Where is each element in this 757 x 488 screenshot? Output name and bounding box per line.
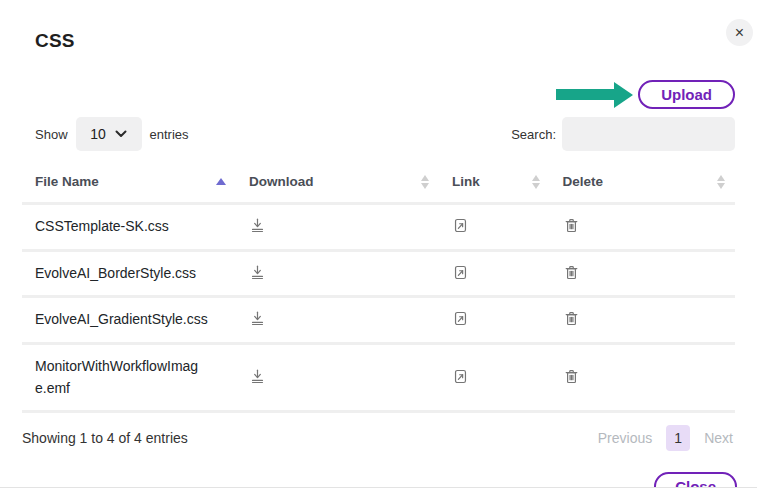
sort-ascending-icon xyxy=(216,178,226,185)
table-footer: Showing 1 to 4 of 4 entries Previous 1 N… xyxy=(22,413,735,451)
column-header-file-name[interactable]: File Name xyxy=(22,161,236,204)
close-icon[interactable]: × xyxy=(726,19,753,46)
table-info: Showing 1 to 4 of 4 entries xyxy=(22,430,188,446)
trash-icon[interactable] xyxy=(563,217,580,234)
sort-both-icon xyxy=(421,175,429,189)
external-link-icon[interactable] xyxy=(452,264,469,281)
download-icon[interactable] xyxy=(249,217,266,234)
upload-row: Upload xyxy=(22,79,735,110)
next-page-button[interactable]: Next xyxy=(704,430,733,446)
trash-icon[interactable] xyxy=(563,310,580,327)
chevron-down-icon xyxy=(115,130,127,138)
sort-both-icon xyxy=(717,175,725,189)
sort-both-icon xyxy=(532,175,540,189)
file-name-cell: EvolveAI_GradientStyle.css xyxy=(22,297,236,344)
entries-select-value: 10 xyxy=(90,126,106,142)
file-name-cell: MonitorWithWorkflowImage.emf xyxy=(22,344,236,412)
upload-button[interactable]: Upload xyxy=(638,80,735,109)
trash-icon[interactable] xyxy=(563,368,580,385)
entries-length-control: Show 10 entries xyxy=(35,117,189,151)
close-button[interactable]: Close xyxy=(654,472,737,488)
column-header-delete[interactable]: Delete xyxy=(550,161,735,204)
column-header-link[interactable]: Link xyxy=(439,161,550,204)
search-input[interactable] xyxy=(562,117,735,151)
show-label: Show xyxy=(35,127,68,142)
search-label: Search: xyxy=(511,127,556,142)
file-name-cell: CSSTemplate-SK.css xyxy=(22,204,236,251)
entries-label: entries xyxy=(150,127,189,142)
table-row: EvolveAI_BorderStyle.css xyxy=(22,250,735,297)
download-icon[interactable] xyxy=(249,264,266,281)
table-row: MonitorWithWorkflowImage.emf xyxy=(22,344,735,412)
css-files-modal: CSS × Upload Show 10 entries Search: xyxy=(0,0,757,488)
download-icon[interactable] xyxy=(249,310,266,327)
table-header-row: File Name Download Link Delete xyxy=(22,161,735,204)
download-icon[interactable] xyxy=(249,368,266,385)
search-control: Search: xyxy=(511,117,735,151)
previous-page-button[interactable]: Previous xyxy=(598,430,652,446)
entries-select[interactable]: 10 xyxy=(76,117,142,151)
page-title: CSS xyxy=(35,0,735,52)
table-row: CSSTemplate-SK.css xyxy=(22,204,735,251)
files-table: File Name Download Link Delete xyxy=(22,161,735,413)
external-link-icon[interactable] xyxy=(452,310,469,327)
external-link-icon[interactable] xyxy=(452,217,469,234)
table-controls: Show 10 entries Search: xyxy=(22,117,735,151)
table-row: EvolveAI_GradientStyle.css xyxy=(22,297,735,344)
column-header-download[interactable]: Download xyxy=(236,161,439,204)
modal-footer: Close xyxy=(22,472,735,488)
pagination: Previous 1 Next xyxy=(598,425,733,451)
external-link-icon[interactable] xyxy=(452,368,469,385)
arrow-right-icon xyxy=(556,82,633,108)
page-number-button[interactable]: 1 xyxy=(666,425,690,451)
trash-icon[interactable] xyxy=(563,264,580,281)
file-name-cell: EvolveAI_BorderStyle.css xyxy=(22,250,236,297)
